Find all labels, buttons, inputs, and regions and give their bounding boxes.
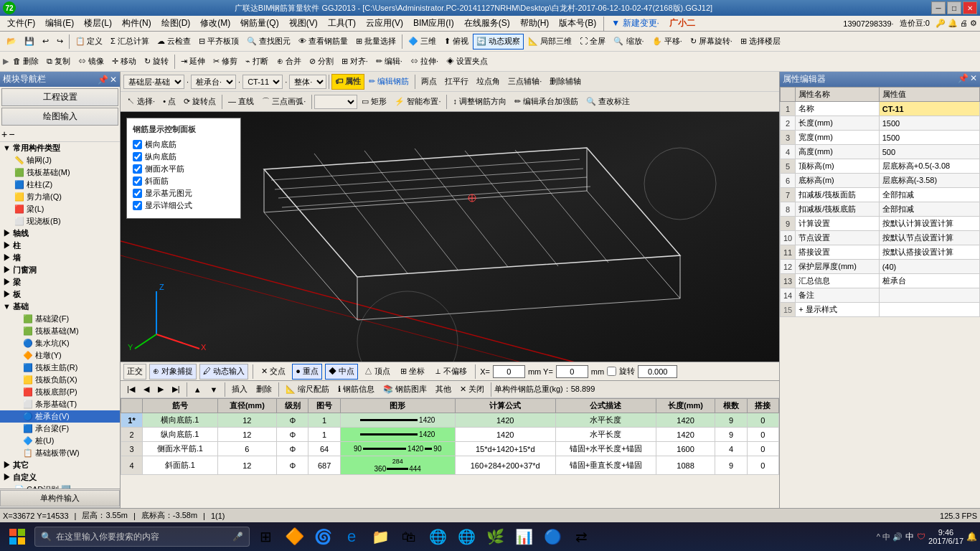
other-button[interactable]: 其他: [432, 382, 455, 397]
prop-row-splice-setting[interactable]: 11 搭接设置 按默认搭接设置计算: [781, 245, 980, 260]
smart-place-btn[interactable]: ⚡ 智能布置·: [391, 94, 444, 110]
ortho-button[interactable]: 正交: [123, 364, 146, 380]
partial-3d-button[interactable]: 📐 局部三维: [524, 34, 575, 50]
check-mark-btn[interactable]: 🔍 查改标注: [583, 94, 633, 110]
menu-cloud[interactable]: 云应用(V): [362, 17, 407, 30]
endpoint-button[interactable]: ● 重点: [292, 364, 322, 380]
tree-item-beam[interactable]: 🟥 梁(L): [0, 203, 120, 215]
tree-item-pile-cap-col[interactable]: 🔶 柱墩(Y): [0, 349, 120, 362]
prop-pin-icon[interactable]: 📌: [958, 73, 969, 85]
app-icon-store[interactable]: 🛍: [396, 524, 422, 550]
mirror-button[interactable]: ⇔ 镜像: [75, 54, 108, 70]
move-button[interactable]: ✛ 移动: [108, 54, 140, 70]
check-side-horizontal[interactable]: 侧面水平筋: [133, 164, 235, 174]
save-button[interactable]: 💾: [21, 34, 38, 50]
top-view-button[interactable]: ⬆ 俯视: [440, 34, 472, 50]
menu-file[interactable]: 文件(F): [3, 17, 39, 30]
menu-help[interactable]: 帮助(H): [516, 17, 554, 30]
insert-button[interactable]: 插入: [228, 382, 251, 397]
scale-rebar-button[interactable]: 📐 缩尺配筋: [282, 382, 333, 397]
prop-value-7[interactable]: 全部扣减: [879, 188, 979, 202]
edit-cap-btn[interactable]: ✏ 编辑承台加强筋: [511, 94, 582, 110]
tree-group-beam2[interactable]: ▶ 梁: [0, 276, 120, 288]
menu-online[interactable]: 在线服务(S): [460, 17, 514, 30]
element-select[interactable]: CT-11: [242, 75, 283, 89]
app-icon-2[interactable]: 🌀: [310, 524, 336, 550]
adjust-rebar-dir-btn[interactable]: ↕ 调整钢筋方向: [449, 94, 510, 110]
rotate-button[interactable]: ↻ 旋转: [141, 54, 172, 70]
tree-item-raft-bottom[interactable]: 🟥 筏板底部(P): [0, 386, 120, 398]
prop-row-calc-setting[interactable]: 9 计算设置 按默认计算设置计算: [781, 217, 980, 231]
tree-group-foundation[interactable]: ▼ 基础: [0, 301, 120, 313]
check-vertical-bottom[interactable]: 纵向底筋: [133, 151, 235, 162]
check-show-basic[interactable]: 显示基元图元: [133, 188, 235, 199]
prop-row-summary[interactable]: 13 汇总信息 桩承台: [781, 274, 980, 288]
find-element-button[interactable]: 🔍 查找图元: [243, 34, 294, 50]
nav-down-button[interactable]: ▼: [207, 382, 222, 397]
tree-item-pile-cap[interactable]: 🔵 桩承台(V): [0, 410, 120, 423]
coord-button[interactable]: ⊞ 坐标: [397, 364, 428, 380]
prop-value-9[interactable]: 按默认计算设置计算: [879, 217, 979, 231]
three-point-btn[interactable]: 三点辅轴·: [504, 74, 545, 90]
rebar-table-container[interactable]: 筋号 直径(mm) 级别 图号 图形 计算公式 公式描述 长度(mm) 根数 搭…: [121, 398, 779, 524]
engineering-settings-button[interactable]: 工程设置: [1, 88, 118, 106]
menu-view[interactable]: 视图(V): [285, 17, 322, 30]
tree-item-column[interactable]: 🟦 柱柱(Z): [0, 179, 120, 191]
tree-group-column2[interactable]: ▶ 柱: [0, 240, 120, 252]
tree-item-raft[interactable]: 🟩 筏板基础(M): [0, 325, 120, 337]
batch-select-button[interactable]: ⊞ 批量选择: [352, 34, 400, 50]
screen-rotate-button[interactable]: ↻ 屏幕旋转·: [687, 34, 736, 50]
tree-group-userdefined[interactable]: ▶ 自定义: [0, 471, 120, 484]
snap-button[interactable]: ⊕ 对象捕捉: [149, 364, 197, 380]
no-offset-button[interactable]: ⊥ 不偏移: [431, 364, 471, 380]
taskview-icon[interactable]: ⊞: [253, 524, 278, 550]
tree-item-slab-beam[interactable]: 🟩 筏板基础(M): [0, 166, 120, 179]
tree-item-raft-rebar[interactable]: 🟨 筏板负筋(X): [0, 374, 120, 386]
table-row[interactable]: 3 侧面水平筋.1 6 Φ 64 90 1420: [121, 442, 779, 456]
tree-item-pile[interactable]: 🔵 集水坑(K): [0, 337, 120, 349]
table-row[interactable]: 1* 横向底筋.1 12 Φ 1 1420 1420: [121, 413, 779, 428]
zoom-button[interactable]: 🔍 缩放·: [610, 34, 647, 50]
close-rebar-button[interactable]: ✕ 关闭: [456, 382, 488, 397]
table-row[interactable]: 2 纵向底筋.1 12 Φ 1 1420 1420: [121, 428, 779, 442]
prop-value-4[interactable]: 500: [879, 145, 979, 159]
prop-row-length[interactable]: 2 长度(mm) 1500: [781, 116, 980, 131]
prop-value-1[interactable]: CT-11: [879, 102, 979, 116]
menu-newchange[interactable]: ▼ 新建变更·: [607, 17, 664, 30]
app-icon-chrome2[interactable]: 🌐: [453, 524, 479, 550]
arc-btn[interactable]: ⌒ 三点画弧·: [258, 94, 309, 110]
menu-draw[interactable]: 绘图(D): [157, 17, 195, 30]
prop-value-5[interactable]: 层底标高+0.5(-3.08: [879, 159, 979, 174]
undo-button[interactable]: ↩: [39, 34, 52, 50]
menu-tools[interactable]: 工具(T): [324, 17, 360, 30]
prop-row-display[interactable]: 15 + 显示样式: [781, 303, 980, 317]
prop-value-12[interactable]: (40): [879, 260, 979, 274]
single-input-button[interactable]: 单构件输入: [0, 490, 120, 507]
stretch-button[interactable]: ⇔ 拉伸·: [407, 54, 442, 70]
orbit-button[interactable]: 🔄 动态观察: [473, 34, 524, 50]
element-type-select[interactable]: 桩承台·: [191, 75, 236, 89]
vertex-button[interactable]: △ 顶点: [361, 364, 394, 380]
check-diagonal[interactable]: 斜面筋: [133, 176, 235, 187]
prop-row-deduct-top[interactable]: 7 扣减板/筏板面筋 全部扣减: [781, 188, 980, 202]
prop-row-node-setting[interactable]: 10 节点设置 按默认节点设置计算: [781, 231, 980, 245]
prop-row-deduct-bot[interactable]: 8 扣减板/筏板底筋 全部扣减: [781, 202, 980, 217]
app-icon-excel[interactable]: 📊: [511, 524, 537, 550]
select-btn[interactable]: ↖ 选择·: [123, 94, 159, 110]
prop-row-width[interactable]: 3 宽度(mm) 1500: [781, 131, 980, 145]
menu-bim[interactable]: BIM应用(I): [409, 17, 458, 30]
nav-next-button[interactable]: ▶: [154, 382, 167, 397]
taskbar-search[interactable]: 🔍 在这里输入你要搜索的内容 🎤: [34, 527, 250, 547]
app-icon-chrome[interactable]: 🌐: [425, 524, 451, 550]
prop-value-8[interactable]: 全部扣减: [879, 202, 979, 217]
two-point-btn[interactable]: 两点: [418, 74, 440, 90]
prop-rownum-15[interactable]: 15: [781, 303, 796, 317]
properties-button[interactable]: 🏷 属性: [331, 74, 364, 90]
menu-floor[interactable]: 楼层(L): [80, 17, 116, 30]
style-select[interactable]: [314, 95, 357, 109]
copy-button[interactable]: ⧉ 复制: [43, 54, 74, 70]
minimize-button[interactable]: ─: [931, 1, 946, 14]
view-select[interactable]: 整体·: [289, 75, 326, 89]
app-icon-explorer[interactable]: 📁: [367, 524, 393, 550]
rebar-delete-button[interactable]: 删除: [253, 382, 275, 397]
